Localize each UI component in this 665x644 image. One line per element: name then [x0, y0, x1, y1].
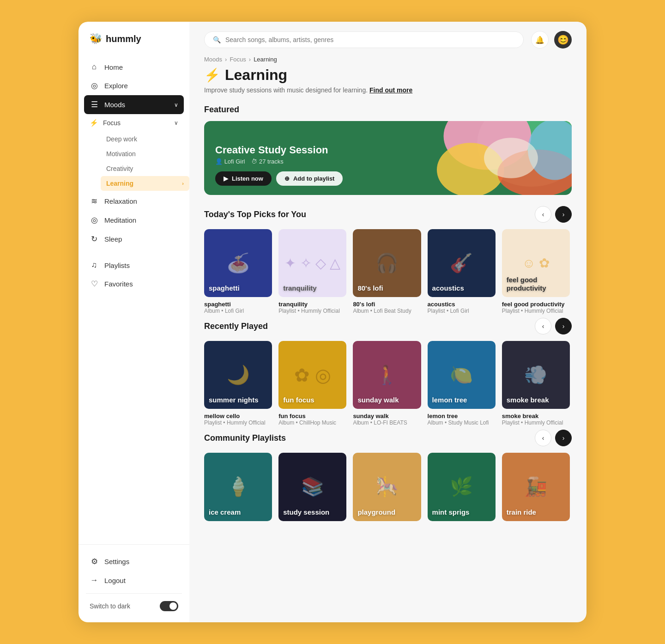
avatar[interactable]: 😊: [554, 31, 572, 49]
featured-section-header: Featured: [204, 105, 572, 115]
card-smoke-break[interactable]: 💨 smoke break smoke break Playlist • Hum…: [502, 341, 570, 426]
card-sunday-walk-label: sunday walk: [357, 396, 399, 404]
card-study-session[interactable]: 📚 study session: [278, 453, 346, 524]
add-to-playlist-button[interactable]: ⊕ Add to playlist: [276, 171, 343, 186]
sidebar-item-home[interactable]: ⌂ Home: [79, 58, 189, 76]
card-train-ride[interactable]: 🚂 train ride: [502, 453, 570, 524]
creativity-label: Creativity: [106, 165, 133, 172]
app-container: 🐝 hummly ⌂ Home ◎ Explore ☰ Moods ∨ ⚡ Fo…: [79, 22, 586, 622]
sidebar-bottom: ⚙ Settings → Logout Switch to dark: [79, 544, 189, 615]
breadcrumb-sep2: ›: [249, 56, 251, 63]
recently-played-prev-button[interactable]: ‹: [535, 318, 551, 334]
motivation-label: Motivation: [106, 150, 136, 158]
card-80s-lofi-sub: Album • Lofi Beat Study: [353, 308, 421, 314]
card-lemon-tree[interactable]: 🍋 lemon tree lemon tree Album • Study Mu…: [428, 341, 496, 426]
sleep-label: Sleep: [104, 235, 122, 243]
focus-label: Focus: [103, 119, 121, 127]
sidebar-item-sleep[interactable]: ↻ Sleep: [79, 230, 189, 249]
recently-played-section: Recently Played ‹ › 🌙 summer nights mell…: [204, 318, 572, 426]
svg-point-5: [484, 138, 538, 178]
card-playground[interactable]: 🎠 playground: [353, 453, 421, 524]
logo-icon: 🐝: [90, 33, 102, 45]
card-lemon-tree-label: lemon tree: [432, 396, 467, 404]
sidebar-item-favorites[interactable]: ♡ Favorites: [79, 274, 189, 293]
top-picks-header: Today's Top Picks for You ‹ ›: [204, 206, 572, 223]
listen-now-button[interactable]: ▶ Listen now: [215, 171, 272, 186]
card-fun-focus[interactable]: ✿ ◎ fun focus fun focus Album • ChillHop…: [278, 341, 346, 426]
recently-played-nav-arrows: ‹ ›: [535, 318, 572, 334]
card-smoke-break-label: smoke break: [507, 396, 549, 404]
breadcrumb-moods[interactable]: Moods: [204, 56, 222, 63]
top-picks-prev-button[interactable]: ‹: [535, 206, 551, 223]
card-feel-good[interactable]: ☺ ✿ feel good productivity feel good pro…: [502, 229, 570, 314]
featured-banner[interactable]: Creative Study Session 👤 Lofi Girl ⏱ 27 …: [204, 121, 572, 195]
community-playlists-prev-button[interactable]: ‹: [535, 430, 551, 446]
card-mint-sprigs[interactable]: 🌿 mint sprigs: [428, 453, 496, 524]
sidebar-item-relaxation[interactable]: ≋ Relaxation: [79, 192, 189, 211]
card-train-ride-image: 🚂 train ride: [502, 453, 570, 521]
card-sunday-walk[interactable]: 🚶 sunday walk sunday walk Album • LO-FI …: [353, 341, 421, 426]
card-smoke-break-title: smoke break: [502, 413, 570, 419]
sidebar-item-meditation[interactable]: ◎ Meditation: [79, 211, 189, 230]
card-tranquility-sub: Playlist • Hummly Official: [278, 308, 346, 314]
card-mint-sprigs-label: mint sprigs: [432, 508, 470, 516]
deep-work-label: Deep work: [106, 135, 137, 143]
page-title: ⚡ Learning: [204, 67, 572, 84]
community-playlists-nav-arrows: ‹ ›: [535, 430, 572, 446]
card-playground-label: playground: [357, 508, 395, 516]
card-ice-cream-label: ice cream: [209, 508, 241, 516]
featured-banner-actions: ▶ Listen now ⊕ Add to playlist: [215, 171, 343, 186]
page-content: Moods › Focus › Learning ⚡ Learning Impr…: [189, 49, 586, 622]
sidebar-item-explore[interactable]: ◎ Explore: [79, 76, 189, 95]
card-tranquility[interactable]: ✦ ✧ ◇ △ tranquility tranquility Playlist…: [278, 229, 346, 314]
recently-played-next-button[interactable]: ›: [555, 318, 572, 334]
sidebar-item-playlists[interactable]: ♫ Playlists: [79, 256, 189, 274]
card-summer-nights[interactable]: 🌙 summer nights mellow cello Playlist • …: [204, 341, 272, 426]
subnav-motivation[interactable]: Motivation: [101, 146, 189, 161]
card-80s-lofi-image: 🎧 80's lofi: [353, 229, 421, 297]
play-icon: ▶: [224, 175, 228, 182]
card-fun-focus-label: fun focus: [283, 396, 314, 404]
card-tranquility-title: tranquility: [278, 301, 346, 308]
focus-chevron-icon: ∨: [174, 120, 178, 126]
card-lemon-tree-image: 🍋 lemon tree: [428, 341, 496, 409]
dark-mode-toggle[interactable]: Switch to dark: [79, 597, 189, 615]
card-summer-nights-image: 🌙 summer nights: [204, 341, 272, 409]
card-lemon-tree-title: lemon tree: [428, 413, 496, 419]
card-spaghetti-sub: Album • Lofi Girl: [204, 308, 272, 314]
relaxation-icon: ≋: [90, 196, 99, 206]
subnav-learning[interactable]: Learning ›: [101, 176, 189, 191]
card-ice-cream[interactable]: 🍦 ice cream: [204, 453, 272, 524]
subnav-deep-work[interactable]: Deep work: [101, 132, 189, 146]
card-lemon-tree-sub: Album • Study Music Lofi: [428, 419, 496, 426]
card-fun-focus-sub: Album • ChillHop Music: [278, 419, 346, 426]
learning-label: Learning: [106, 180, 133, 187]
notification-button[interactable]: 🔔: [531, 31, 549, 49]
card-acoustics-title: acoustics: [428, 301, 496, 308]
search-bar: 🔍: [204, 31, 524, 48]
community-playlists-section: Community Playlists ‹ › 🍦 ice cream: [204, 430, 572, 524]
featured-banner-meta: 👤 Lofi Girl ⏱ 27 tracks: [215, 158, 343, 165]
sidebar-item-settings[interactable]: ⚙ Settings: [79, 552, 189, 571]
card-80s-lofi[interactable]: 🎧 80's lofi 80's lofi Album • Lofi Beat …: [353, 229, 421, 314]
focus-header[interactable]: ⚡ Focus ∨: [79, 114, 189, 132]
sidebar-item-moods[interactable]: ☰ Moods ∨: [84, 95, 184, 114]
card-feel-good-sub: Playlist • Hummly Official: [502, 308, 570, 314]
breadcrumb-focus[interactable]: Focus: [230, 56, 246, 63]
card-acoustics[interactable]: 🎸 acoustics acoustics Playlist • Lofi Gi…: [428, 229, 496, 314]
search-input[interactable]: [225, 36, 515, 43]
community-playlists-next-button[interactable]: ›: [555, 430, 572, 446]
meditation-label: Meditation: [104, 216, 136, 224]
sidebar-item-logout[interactable]: → Logout: [79, 571, 189, 589]
subnav-creativity[interactable]: Creativity: [101, 161, 189, 176]
logout-icon: →: [90, 576, 99, 585]
find-out-more-link[interactable]: Find out more: [369, 86, 412, 94]
card-smoke-break-image: 💨 smoke break: [502, 341, 570, 409]
top-picks-next-button[interactable]: ›: [555, 206, 572, 223]
playlists-icon: ♫: [90, 261, 99, 270]
toggle-switch[interactable]: [160, 601, 178, 611]
explore-icon: ◎: [90, 81, 99, 91]
card-spaghetti[interactable]: 🍝 spaghetti spaghetti Album • Lofi Girl: [204, 229, 272, 314]
home-icon: ⌂: [90, 62, 99, 72]
card-study-session-image: 📚 study session: [278, 453, 346, 521]
